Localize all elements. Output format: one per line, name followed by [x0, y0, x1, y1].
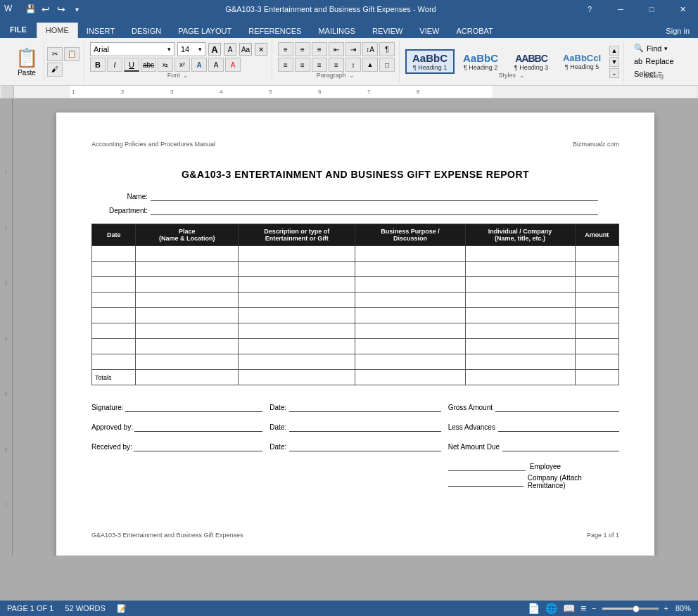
company-underline[interactable]	[448, 477, 524, 487]
table-row[interactable]	[92, 308, 619, 323]
strikethrough-button[interactable]: abc	[141, 58, 156, 72]
dept-field[interactable]	[151, 205, 598, 215]
approved-field[interactable]	[134, 422, 262, 432]
employee-underline[interactable]	[448, 461, 526, 471]
italic-button[interactable]: I	[107, 58, 122, 72]
svg-rect-1	[70, 86, 493, 98]
view-outline-icon[interactable]: ≡	[580, 603, 586, 614]
decrease-indent-button[interactable]: ⇤	[329, 42, 344, 56]
save-btn[interactable]: 💾	[24, 3, 37, 15]
window-icon: W	[4, 4, 15, 15]
align-center-button[interactable]: ≡	[295, 58, 310, 72]
view-read-icon[interactable]: 📖	[563, 603, 575, 614]
tab-acrobat[interactable]: ACROBAT	[448, 24, 501, 38]
find-button[interactable]: 🔍 Find ▾	[630, 42, 672, 54]
minimize-btn[interactable]: ─	[605, 1, 636, 17]
col-individual: Individual / Company(Name, title, etc.)	[465, 224, 575, 246]
replace-button[interactable]: ab Replace	[630, 56, 678, 67]
style-heading5[interactable]: AaBbCcI ¶ Heading 5	[557, 50, 607, 73]
proofing-icon[interactable]: 📝	[117, 604, 127, 613]
table-row[interactable]	[92, 277, 619, 293]
justify-button[interactable]: ≡	[329, 58, 344, 72]
help-btn[interactable]: ?	[574, 1, 605, 17]
clear-format-button[interactable]: ✕	[255, 43, 267, 56]
styles-expand-btn[interactable]: ⌄	[518, 71, 526, 79]
net-amount-field[interactable]	[502, 442, 619, 451]
text-effects-button[interactable]: A	[191, 58, 207, 72]
grow-font-button[interactable]: A	[208, 43, 221, 56]
tab-page-layout[interactable]: PAGE LAYOUT	[170, 24, 240, 38]
style-heading1[interactable]: AaBbC ¶ Heading 1	[405, 49, 455, 74]
maximize-btn[interactable]: □	[636, 1, 667, 17]
approved-row: Approved by:	[91, 422, 262, 432]
qat-dropdown[interactable]: ▾	[70, 3, 83, 15]
superscript-button[interactable]: x²	[174, 58, 190, 72]
undo-btn[interactable]: ↩	[39, 3, 52, 15]
style-heading3[interactable]: AABBC ¶ Heading 3	[507, 50, 556, 74]
view-web-icon[interactable]: 🌐	[545, 603, 557, 614]
numbering-button[interactable]: ≡	[295, 42, 310, 56]
bold-button[interactable]: B	[90, 58, 106, 72]
bullets-button[interactable]: ≡	[278, 42, 293, 56]
zoom-in-button[interactable]: +	[664, 604, 668, 612]
sort-button[interactable]: ↕A	[362, 42, 378, 56]
zoom-out-button[interactable]: −	[592, 604, 596, 612]
styles-scroll-down[interactable]: ▼	[609, 57, 619, 67]
borders-button[interactable]: □	[379, 58, 395, 72]
show-hide-button[interactable]: ¶	[379, 42, 395, 56]
table-row[interactable]	[92, 293, 619, 308]
align-right-button[interactable]: ≡	[312, 58, 327, 72]
highlight-button[interactable]: A	[208, 58, 224, 72]
signature-field[interactable]	[125, 402, 263, 412]
table-row[interactable]	[92, 262, 619, 277]
cut-button[interactable]: ✂	[47, 47, 63, 61]
redo-btn[interactable]: ↪	[55, 3, 68, 15]
underline-button[interactable]: U	[124, 58, 139, 72]
tab-view[interactable]: VIEW	[411, 24, 448, 38]
shading-button[interactable]: ▲	[362, 58, 378, 72]
format-painter-button[interactable]: 🖌	[47, 63, 63, 77]
date-field-1[interactable]	[289, 402, 440, 412]
table-row[interactable]	[92, 246, 619, 262]
font-size-selector[interactable]: 14 ▾	[177, 42, 205, 56]
styles-scroll-up[interactable]: ▲	[609, 46, 619, 56]
zoom-slider-thumb[interactable]	[633, 605, 640, 612]
received-field[interactable]	[134, 442, 263, 451]
tab-design[interactable]: DESIGN	[123, 24, 170, 38]
table-row[interactable]	[92, 339, 619, 354]
subscript-button[interactable]: x₂	[158, 58, 173, 72]
para-expand[interactable]: ⌄	[348, 71, 356, 79]
font-color-button[interactable]: A	[225, 58, 241, 72]
copy-button[interactable]: 📋	[64, 47, 80, 61]
tab-review[interactable]: REVIEW	[364, 24, 411, 38]
font-expand[interactable]: ⌄	[182, 71, 190, 79]
document-scroll-area[interactable]: Accounting Policies and Procedures Manua…	[13, 98, 698, 556]
tab-references[interactable]: REFERENCES	[240, 24, 310, 38]
paste-button[interactable]: 📋 Paste	[13, 46, 41, 78]
date-row-2: Date:	[269, 422, 440, 432]
line-spacing-button[interactable]: ↕	[345, 58, 361, 72]
close-btn[interactable]: ✕	[667, 1, 698, 17]
font-name-selector[interactable]: Arial ▾	[90, 42, 174, 56]
increase-indent-button[interactable]: ⇥	[345, 42, 361, 56]
tab-home[interactable]: HOME	[37, 23, 78, 38]
tab-file[interactable]: FILE	[0, 21, 37, 38]
view-print-icon[interactable]: 📄	[528, 603, 540, 614]
tab-insert[interactable]: INSERT	[78, 24, 123, 38]
table-row[interactable]	[92, 354, 619, 370]
tab-mailings[interactable]: MAILINGS	[310, 24, 364, 38]
page-header: Accounting Policies and Procedures Manua…	[91, 141, 619, 148]
sign-in[interactable]: Sign in	[657, 24, 698, 38]
editing-group: 🔍 Find ▾ ab Replace Select = Editing	[626, 41, 683, 82]
less-advances-field[interactable]	[498, 422, 619, 432]
multilevel-list-button[interactable]: ≡	[312, 42, 327, 56]
gross-amount-field[interactable]	[495, 402, 619, 412]
table-row[interactable]	[92, 323, 619, 339]
date-field-3[interactable]	[289, 442, 440, 451]
change-case-button[interactable]: Aa	[239, 43, 252, 56]
style-heading2[interactable]: AaBbC ¶ Heading 2	[456, 49, 505, 74]
date-field-2[interactable]	[289, 422, 440, 432]
name-field[interactable]	[151, 191, 598, 201]
shrink-font-button[interactable]: A	[224, 43, 236, 56]
align-left-button[interactable]: ≡	[278, 58, 293, 72]
